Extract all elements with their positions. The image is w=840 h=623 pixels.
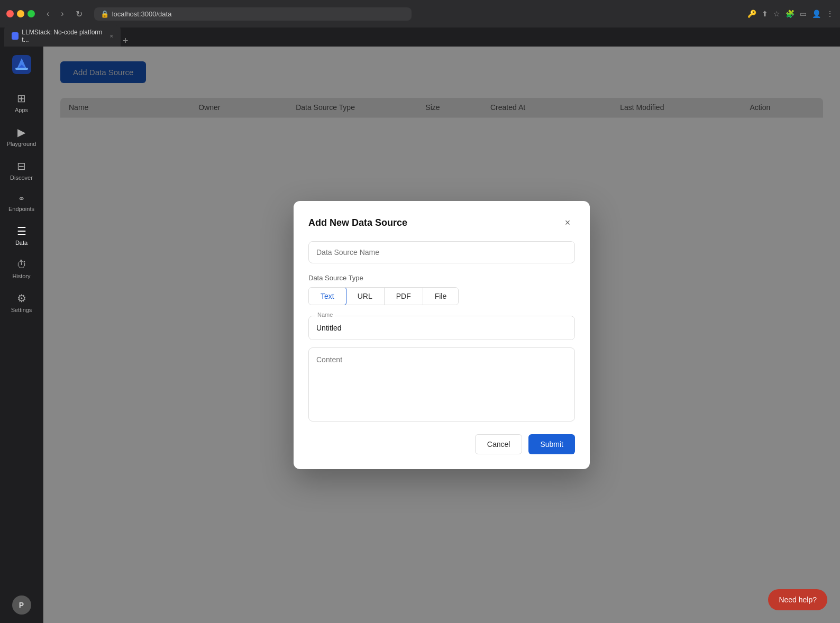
submit-button[interactable]: Submit xyxy=(528,434,575,454)
name-field-label: Name xyxy=(315,312,335,318)
modal-dialog: Add New Data Source × Data Source Type T… xyxy=(294,201,590,469)
url-text: localhost:3000/data xyxy=(112,10,172,18)
key-icon: 🔑 xyxy=(747,10,756,18)
sidebar-label-data: Data xyxy=(15,240,28,246)
share-icon: ⬆ xyxy=(762,10,768,18)
maximize-window-button[interactable] xyxy=(28,10,35,17)
modal-title: Add New Data Source xyxy=(308,217,407,228)
sidebar-item-history[interactable]: ⏱ History xyxy=(3,253,40,285)
minimize-window-button[interactable] xyxy=(17,10,24,17)
content-textarea[interactable] xyxy=(308,347,575,422)
sidebar-label-apps: Apps xyxy=(15,107,28,113)
content-area: Add Data Source Name Owner Data Source T… xyxy=(43,47,840,623)
sidebar-label-playground: Playground xyxy=(7,141,36,147)
name-field-input[interactable] xyxy=(309,316,574,340)
tab-bar: LLMStack: No-code platform t... × + xyxy=(0,28,840,47)
browser-nav: ‹ › ↻ xyxy=(43,8,86,20)
type-tab-text[interactable]: Text xyxy=(308,287,346,305)
logo[interactable] xyxy=(10,53,33,76)
modal-header: Add New Data Source × xyxy=(308,216,575,231)
forward-button[interactable]: › xyxy=(58,8,67,20)
discover-icon: ⊟ xyxy=(17,160,26,172)
modal-close-button[interactable]: × xyxy=(560,216,575,231)
playground-icon: ▶ xyxy=(17,126,25,139)
tab-favicon xyxy=(12,32,19,40)
cancel-button[interactable]: Cancel xyxy=(475,434,523,454)
type-tab-pdf[interactable]: PDF xyxy=(385,288,423,305)
sidebar-label-settings: Settings xyxy=(11,307,32,313)
sidebar-toggle-icon[interactable]: ▭ xyxy=(800,10,807,18)
data-icon: ☰ xyxy=(17,225,26,237)
sidebar-item-endpoints[interactable]: ⚭ Endpoints xyxy=(3,188,40,217)
sidebar-item-discover[interactable]: ⊟ Discover xyxy=(3,154,40,186)
close-window-button[interactable] xyxy=(6,10,14,17)
puzzle-icon: 🧩 xyxy=(786,10,795,18)
datasource-name-input[interactable] xyxy=(308,241,575,263)
sidebar-label-endpoints: Endpoints xyxy=(8,206,34,212)
star-icon: ☆ xyxy=(773,10,780,18)
modal-actions: Cancel Submit xyxy=(308,434,575,454)
sidebar-item-data[interactable]: ☰ Data xyxy=(3,219,40,251)
browser-chrome: ‹ › ↻ 🔒 localhost:3000/data 🔑 ⬆ ☆ 🧩 ▭ 👤 … xyxy=(0,0,840,28)
sidebar-item-playground[interactable]: ▶ Playground xyxy=(3,121,40,152)
back-button[interactable]: ‹ xyxy=(43,8,52,20)
tab-title: LLMStack: No-code platform t... xyxy=(22,29,106,43)
type-tab-url[interactable]: URL xyxy=(346,288,385,305)
avatar[interactable]: P xyxy=(12,595,31,615)
settings-icon: ⚙ xyxy=(17,292,26,305)
sidebar-bottom: P xyxy=(12,595,31,623)
sidebar-item-apps[interactable]: ⊞ Apps xyxy=(3,87,40,118)
menu-icon[interactable]: ⋮ xyxy=(826,10,834,18)
name-field-wrapper: Name xyxy=(308,316,575,340)
lock-icon: 🔒 xyxy=(101,10,109,18)
tab-close-button[interactable]: × xyxy=(110,33,113,39)
sidebar-label-discover: Discover xyxy=(10,175,33,181)
type-label: Data Source Type xyxy=(308,274,575,282)
need-help-button[interactable]: Need help? xyxy=(768,589,827,610)
sidebar: ⊞ Apps ▶ Playground ⊟ Discover ⚭ Endpoin… xyxy=(0,47,43,623)
type-tabs: Text URL PDF File xyxy=(308,287,459,305)
type-tab-file[interactable]: File xyxy=(423,288,459,305)
active-tab[interactable]: LLMStack: No-code platform t... × xyxy=(4,25,121,47)
endpoints-icon: ⚭ xyxy=(18,194,25,204)
traffic-lights xyxy=(6,10,35,17)
profile-icon[interactable]: 👤 xyxy=(812,10,821,18)
reload-button[interactable]: ↻ xyxy=(72,8,86,20)
history-icon: ⏱ xyxy=(16,259,27,271)
apps-icon: ⊞ xyxy=(17,92,26,105)
sidebar-label-history: History xyxy=(12,273,30,279)
browser-extras: 🔑 ⬆ ☆ 🧩 ▭ 👤 ⋮ xyxy=(747,10,834,18)
sidebar-item-settings[interactable]: ⚙ Settings xyxy=(3,287,40,318)
svg-rect-3 xyxy=(15,68,28,70)
new-tab-button[interactable]: + xyxy=(123,35,129,47)
modal-overlay: Add New Data Source × Data Source Type T… xyxy=(43,47,840,623)
address-bar[interactable]: 🔒 localhost:3000/data xyxy=(94,7,412,21)
main-layout: ⊞ Apps ▶ Playground ⊟ Discover ⚭ Endpoin… xyxy=(0,47,840,623)
